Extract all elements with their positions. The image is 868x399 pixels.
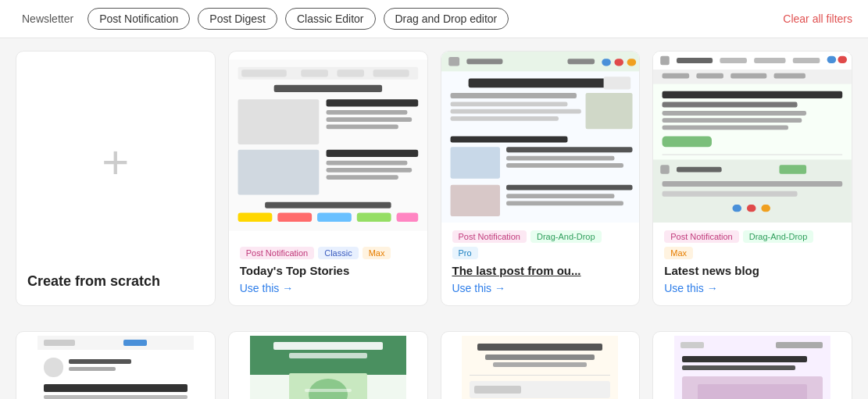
last-post-title: The last post from ou...	[452, 264, 629, 277]
svg-rect-49	[660, 56, 670, 66]
top-stories-svg	[229, 52, 427, 239]
filter-bar: Newsletter Post Notification Post Digest…	[0, 0, 868, 38]
latest-news-tags: Post Notification Drag-And-Drop Max	[664, 230, 841, 259]
svg-rect-59	[730, 73, 766, 79]
svg-rect-31	[468, 79, 613, 88]
filter-drag-drop-editor[interactable]: Drag and Drop editor	[384, 8, 509, 30]
svg-rect-11	[326, 125, 398, 130]
bottom-preview-1[interactable]	[16, 332, 215, 399]
svg-rect-60	[774, 73, 805, 79]
svg-rect-66	[663, 136, 712, 147]
top-stories-use-label: Use this	[240, 282, 280, 294]
filter-post-notification[interactable]: Post Notification	[88, 8, 190, 30]
bottom-preview-2[interactable]	[229, 332, 427, 399]
svg-rect-95	[289, 353, 367, 358]
filter-post-digest[interactable]: Post Digest	[198, 8, 277, 30]
latest-news-card: Post Notification Drag-And-Drop Max Late…	[652, 51, 852, 306]
svg-rect-116	[776, 342, 823, 348]
svg-rect-71	[780, 165, 807, 174]
latest-news-use-button[interactable]: Use this →	[664, 282, 718, 294]
svg-rect-85	[44, 395, 188, 399]
svg-rect-82	[69, 359, 131, 364]
svg-rect-35	[450, 102, 567, 107]
svg-rect-34	[450, 93, 576, 98]
bottom-card-1	[16, 331, 216, 399]
tag-post-notification-3: Post Notification	[664, 230, 738, 243]
top-stories-arrow-icon: →	[282, 282, 293, 294]
svg-rect-28	[602, 59, 611, 66]
svg-rect-83	[69, 367, 116, 371]
svg-rect-33	[585, 93, 632, 129]
top-stories-tags: Post Notification Classic Max	[240, 247, 416, 259]
svg-rect-84	[44, 384, 188, 392]
latest-news-preview[interactable]	[653, 52, 852, 223]
last-post-tags: Post Notification Drag-And-Drop Pro	[452, 230, 629, 259]
top-stories-title: Today's Top Stories	[240, 264, 416, 277]
top-stories-card: Post Notification Classic Max Today's To…	[228, 51, 428, 306]
last-post-preview[interactable]	[441, 52, 640, 223]
bottom-svg-2	[250, 336, 406, 399]
svg-rect-12	[238, 150, 319, 195]
svg-rect-61	[663, 91, 843, 98]
svg-rect-8	[326, 99, 418, 106]
top-stories-use-button[interactable]: Use this →	[240, 282, 294, 294]
svg-rect-76	[762, 205, 771, 212]
svg-rect-38	[450, 136, 567, 142]
svg-rect-70	[677, 167, 722, 173]
svg-rect-75	[747, 205, 756, 212]
svg-rect-63	[663, 111, 807, 116]
bottom-svg-1	[38, 336, 194, 399]
svg-rect-67	[663, 154, 843, 155]
last-post-use-label: Use this	[452, 282, 492, 294]
svg-rect-27	[567, 59, 595, 64]
svg-rect-117	[682, 356, 807, 362]
svg-rect-54	[827, 56, 837, 63]
top-stories-preview[interactable]	[229, 52, 427, 239]
svg-rect-46	[506, 201, 623, 205]
svg-rect-10	[326, 117, 412, 122]
bottom-preview-4[interactable]	[653, 332, 852, 399]
svg-rect-18	[238, 213, 272, 223]
svg-rect-118	[682, 365, 795, 370]
tag-max-2: Max	[664, 247, 693, 259]
last-post-arrow-icon: →	[495, 282, 505, 294]
svg-rect-44	[506, 185, 632, 191]
svg-rect-30	[627, 59, 636, 66]
tag-post-notification: Post Notification	[240, 247, 314, 259]
bottom-svg-3	[462, 336, 618, 399]
scratch-footer: Create from scratch	[16, 273, 215, 305]
filter-newsletter[interactable]: Newsletter	[16, 9, 80, 29]
svg-rect-53	[793, 58, 820, 63]
svg-rect-3	[301, 69, 328, 77]
svg-rect-103	[477, 344, 602, 351]
create-from-scratch-card: + Create from scratch	[16, 51, 216, 306]
svg-rect-51	[720, 58, 748, 63]
svg-rect-5	[373, 69, 409, 77]
svg-rect-81	[44, 358, 63, 377]
svg-rect-21	[357, 213, 391, 223]
svg-rect-57	[663, 73, 690, 79]
svg-rect-50	[677, 58, 713, 63]
latest-news-title: Latest news blog	[664, 264, 841, 277]
svg-rect-58	[697, 73, 724, 79]
svg-rect-74	[733, 205, 742, 212]
svg-rect-25	[448, 57, 459, 66]
svg-rect-17	[265, 202, 391, 208]
svg-rect-15	[326, 168, 412, 173]
svg-rect-13	[326, 150, 418, 157]
top-stories-footer: Post Notification Classic Max Today's To…	[229, 239, 427, 305]
bottom-preview-3[interactable]	[441, 332, 640, 399]
bottom-svg-4	[674, 336, 830, 399]
latest-news-use-label: Use this	[664, 282, 704, 294]
tag-drag-drop: Drag-And-Drop	[530, 230, 602, 243]
svg-rect-36	[450, 109, 580, 114]
bottom-card-3	[441, 331, 641, 399]
clear-filters-button[interactable]: Clear all filters	[783, 12, 852, 25]
svg-rect-7	[238, 99, 319, 144]
svg-rect-14	[326, 161, 407, 166]
svg-rect-4	[337, 69, 364, 77]
filter-classic-editor[interactable]: Classic Editor	[285, 8, 376, 30]
svg-rect-32	[603, 77, 630, 89]
last-post-use-button[interactable]: Use this →	[452, 282, 506, 294]
svg-rect-62	[663, 102, 798, 108]
